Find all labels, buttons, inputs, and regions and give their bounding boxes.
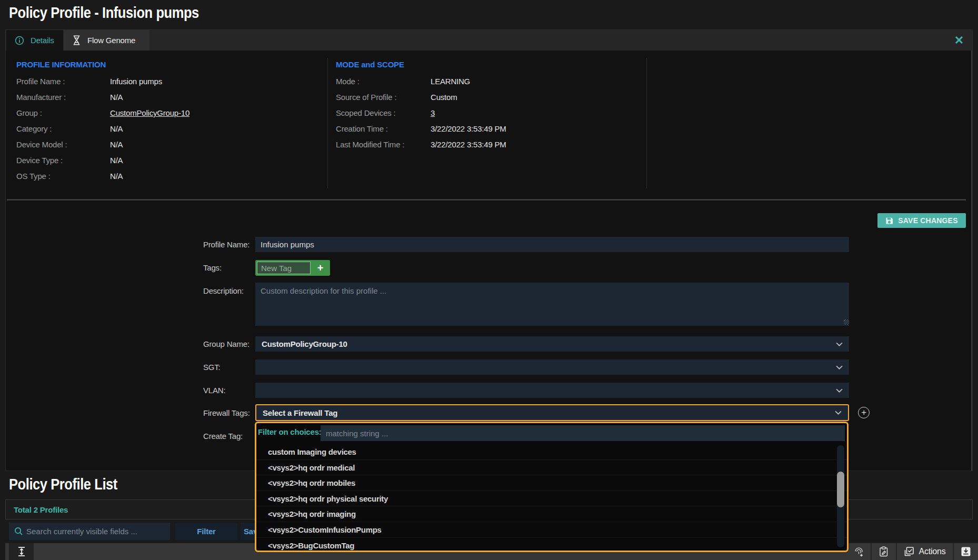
- dropdown-option[interactable]: <vsys2>hq ordr mobiles: [256, 475, 847, 491]
- firewall-tags-select[interactable]: Select a Firewall Tag: [255, 404, 849, 421]
- source-of-profile-label: Source of Profile :: [336, 93, 396, 102]
- group-row-label: Group :: [16, 108, 42, 117]
- group-name-select[interactable]: CustomPolicyGroup-10: [255, 336, 849, 352]
- profile-information-heading: PROFILE INFORMATION: [16, 60, 106, 69]
- scoped-devices-link[interactable]: 3: [431, 108, 435, 117]
- save-changes-label: SAVE CHANGES: [898, 216, 957, 225]
- filter-button[interactable]: Filter: [175, 523, 237, 540]
- tags-field-label: Tags:: [203, 263, 222, 272]
- last-modified-time-value: 3/22/2022 3:53:49 PM: [431, 140, 506, 149]
- firewall-tags-field-label: Firewall Tags:: [203, 408, 250, 417]
- profile-name-field-label: Profile Name:: [203, 240, 250, 249]
- chevron-down-icon: [836, 388, 843, 393]
- manufacturer-row-label: Manufacturer :: [16, 93, 66, 102]
- expand-vertical-icon: [17, 546, 26, 557]
- mode-row-value: LEARNING: [431, 77, 470, 86]
- toolbar-right-group: Actions: [846, 543, 978, 560]
- policy-profile-list-title: Policy Profile List: [9, 475, 117, 493]
- filter-button-label: Filter: [197, 527, 215, 536]
- mode-scope-heading: MODE and SCOPE: [336, 60, 404, 69]
- save-changes-button[interactable]: SAVE CHANGES: [877, 213, 966, 228]
- search-box: [9, 523, 170, 540]
- device-model-row-label: Device Model :: [16, 140, 67, 149]
- actions-label: Actions: [919, 547, 945, 556]
- dropdown-option[interactable]: <vsys2>hq ordr imaging: [256, 506, 847, 522]
- tab-details[interactable]: Details: [6, 30, 63, 51]
- add-tag-button[interactable]: +: [311, 263, 330, 273]
- create-tag-field-label: Create Tag:: [203, 432, 243, 441]
- clipboard-edit-icon: [879, 546, 889, 557]
- profile-name-row-label: Profile Name :: [16, 77, 65, 86]
- column-divider-2: [646, 58, 647, 188]
- dropdown-option[interactable]: <vsys2>hq ordr physical security: [256, 491, 847, 507]
- os-type-row-label: OS Type :: [16, 172, 51, 181]
- group-name-select-value: CustomPolicyGroup-10: [262, 339, 347, 348]
- total-profiles-label: Total 2 Profiles: [14, 505, 68, 514]
- sgt-select[interactable]: [255, 359, 849, 375]
- vlan-field-label: VLAN:: [203, 386, 225, 395]
- source-of-profile-value: Custom: [431, 93, 457, 102]
- tab-bar: Details Flow Genome ✕: [5, 29, 973, 51]
- resize-grip-icon[interactable]: [844, 319, 849, 325]
- add-firewall-tag-button[interactable]: +: [858, 407, 870, 418]
- download-icon: [961, 546, 971, 557]
- dropdown-filter-input[interactable]: [321, 425, 845, 441]
- actions-checkbox-icon: [904, 546, 914, 557]
- search-input[interactable]: [23, 527, 170, 536]
- tab-details-label: Details: [31, 36, 54, 45]
- description-field-label: Description:: [203, 286, 244, 295]
- dropdown-options: custom Imaging devices <vsys2>hq ordr me…: [256, 444, 847, 553]
- column-divider: [327, 58, 328, 188]
- creation-time-value: 3/22/2022 3:53:49 PM: [431, 124, 506, 133]
- edit-clipboard-button[interactable]: [872, 543, 896, 560]
- category-row-label: Category :: [16, 124, 52, 133]
- tab-flow-genome[interactable]: Flow Genome: [64, 30, 149, 51]
- mode-row-label: Mode :: [336, 77, 360, 86]
- device-model-row-value: N/A: [110, 140, 123, 149]
- filter-on-choices-label: Filter on choices:: [258, 427, 322, 436]
- info-icon: [15, 36, 24, 45]
- actions-button[interactable]: Actions: [897, 543, 953, 560]
- export-download-button[interactable]: [954, 543, 978, 560]
- search-icon: [9, 527, 23, 536]
- expand-rows-button[interactable]: [9, 543, 34, 560]
- tab-flow-genome-label: Flow Genome: [87, 36, 135, 45]
- fingerprint-plus-icon: [853, 546, 864, 557]
- profile-name-input[interactable]: [255, 237, 849, 252]
- new-tag-widget: +: [255, 260, 330, 276]
- save-icon: [885, 217, 893, 225]
- section-divider: [7, 199, 966, 201]
- chevron-down-icon: [836, 365, 843, 369]
- os-type-row-value: N/A: [110, 172, 123, 181]
- dropdown-option[interactable]: <vsys2>CustomInfusionPumps: [256, 522, 847, 538]
- profile-name-row-value: Infusion pumps: [110, 77, 162, 86]
- chevron-down-icon: [835, 411, 842, 415]
- dropdown-scrollbar-thumb[interactable]: [837, 472, 844, 507]
- group-link[interactable]: CustomPolicyGroup-10: [110, 108, 189, 117]
- chevron-down-icon: [836, 342, 843, 346]
- description-textarea[interactable]: [255, 283, 849, 326]
- dna-icon: [72, 35, 81, 45]
- add-fingerprint-button[interactable]: [846, 543, 871, 560]
- category-row-value: N/A: [110, 124, 123, 133]
- details-panel: PROFILE INFORMATION Profile Name : Infus…: [5, 51, 973, 471]
- vlan-select[interactable]: [255, 383, 849, 398]
- device-type-row-value: N/A: [110, 156, 123, 165]
- page-title: Policy Profile - Infusion pumps: [9, 4, 199, 22]
- dropdown-option[interactable]: <vsys2>hq ordr medical: [256, 460, 847, 476]
- firewall-tags-select-value: Select a Firewall Tag: [263, 408, 337, 417]
- scoped-devices-label: Scoped Devices :: [336, 108, 396, 117]
- dropdown-option[interactable]: custom Imaging devices: [256, 444, 847, 460]
- dropdown-option[interactable]: <vsys2>BugCustomTag: [256, 538, 847, 554]
- creation-time-label: Creation Time :: [336, 124, 388, 133]
- panel-scrollbar[interactable]: [971, 51, 972, 471]
- last-modified-time-label: Last Modified Time :: [336, 140, 404, 149]
- manufacturer-row-value: N/A: [110, 93, 123, 102]
- firewall-tags-dropdown: Filter on choices: custom Imaging device…: [255, 422, 849, 552]
- group-name-field-label: Group Name:: [203, 339, 250, 348]
- sgt-field-label: SGT:: [203, 363, 221, 372]
- new-tag-input[interactable]: [257, 262, 311, 274]
- close-icon[interactable]: ✕: [954, 35, 964, 46]
- device-type-row-label: Device Type :: [16, 156, 63, 165]
